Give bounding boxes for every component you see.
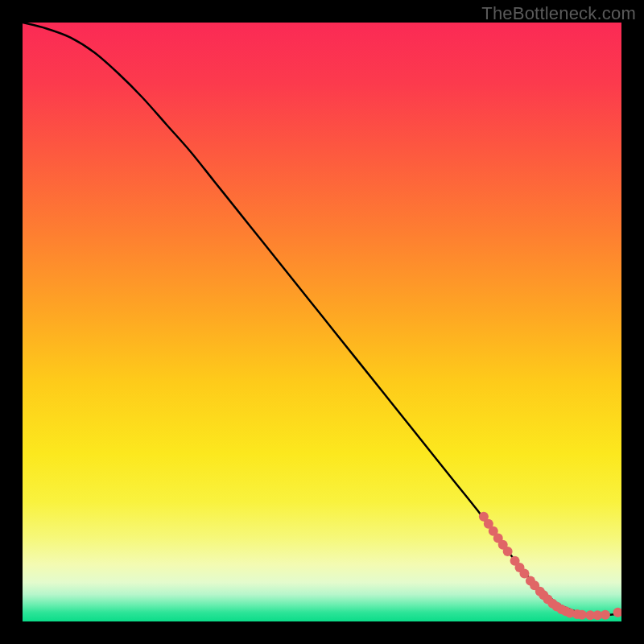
data-marker [601, 610, 610, 620]
gradient-background [23, 23, 621, 621]
watermark-text: TheBottleneck.com [481, 3, 636, 24]
data-marker [503, 547, 513, 556]
chart-frame: TheBottleneck.com [0, 0, 644, 644]
plot-area [23, 23, 621, 621]
chart-svg [23, 23, 621, 621]
data-marker [577, 610, 587, 620]
